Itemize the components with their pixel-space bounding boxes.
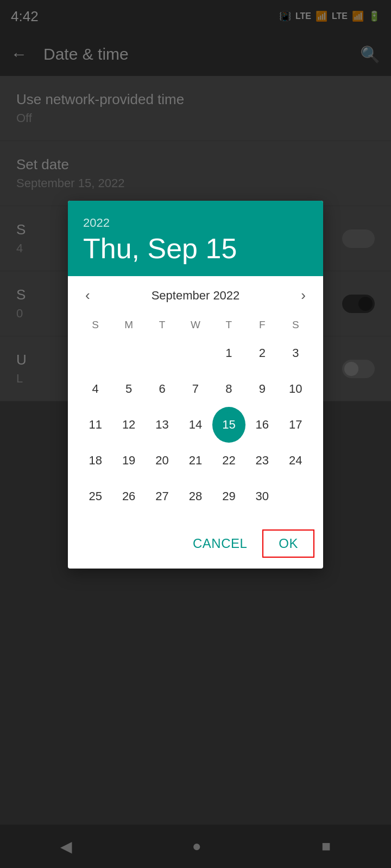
day-1[interactable]: 1 bbox=[212, 335, 245, 371]
ok-button[interactable]: OK bbox=[262, 529, 314, 558]
calendar-grid: S M T W T F S 12345678910111213141516171… bbox=[79, 315, 312, 514]
day-10[interactable]: 10 bbox=[279, 371, 312, 407]
day-21[interactable]: 21 bbox=[179, 443, 212, 478]
day-25[interactable]: 25 bbox=[79, 478, 112, 514]
calendar: ‹ September 2022 › S M T W T F S 1234567… bbox=[68, 276, 323, 523]
calendar-week-row: 123 bbox=[79, 335, 312, 371]
weekday-thu: T bbox=[212, 315, 245, 335]
weekday-mon: M bbox=[112, 315, 145, 335]
empty-day bbox=[179, 335, 212, 371]
day-13[interactable]: 13 bbox=[146, 407, 179, 443]
calendar-week-row: 18192021222324 bbox=[79, 443, 312, 478]
day-3[interactable]: 3 bbox=[279, 335, 312, 371]
day-15[interactable]: 15 bbox=[212, 407, 245, 443]
weekday-header-row: S M T W T F S bbox=[79, 315, 312, 335]
weekday-tue: T bbox=[146, 315, 179, 335]
weekday-sat: S bbox=[279, 315, 312, 335]
day-29[interactable]: 29 bbox=[212, 478, 245, 514]
day-5[interactable]: 5 bbox=[112, 371, 145, 407]
day-7[interactable]: 7 bbox=[179, 371, 212, 407]
weekday-fri: F bbox=[245, 315, 279, 335]
day-22[interactable]: 22 bbox=[212, 443, 245, 478]
day-9[interactable]: 9 bbox=[245, 371, 279, 407]
weekday-wed: W bbox=[179, 315, 212, 335]
day-17[interactable]: 17 bbox=[279, 407, 312, 443]
calendar-week-row: 45678910 bbox=[79, 371, 312, 407]
month-label: September 2022 bbox=[152, 289, 240, 303]
day-28[interactable]: 28 bbox=[179, 478, 212, 514]
calendar-nav: ‹ September 2022 › bbox=[79, 285, 312, 306]
date-picker-dialog: 2022 Thu, Sep 15 ‹ September 2022 › S M … bbox=[68, 201, 323, 569]
weekday-sun: S bbox=[79, 315, 112, 335]
day-2[interactable]: 2 bbox=[245, 335, 279, 371]
day-24[interactable]: 24 bbox=[279, 443, 312, 478]
dialog-year: 2022 bbox=[83, 216, 308, 230]
day-12[interactable]: 12 bbox=[112, 407, 145, 443]
calendar-week-row: 252627282930 bbox=[79, 478, 312, 514]
day-19[interactable]: 19 bbox=[112, 443, 145, 478]
day-23[interactable]: 23 bbox=[245, 443, 279, 478]
day-8[interactable]: 8 bbox=[212, 371, 245, 407]
day-14[interactable]: 14 bbox=[179, 407, 212, 443]
empty-day bbox=[279, 478, 312, 514]
day-16[interactable]: 16 bbox=[245, 407, 279, 443]
day-11[interactable]: 11 bbox=[79, 407, 112, 443]
day-18[interactable]: 18 bbox=[79, 443, 112, 478]
day-30[interactable]: 30 bbox=[245, 478, 279, 514]
empty-day bbox=[112, 335, 145, 371]
empty-day bbox=[79, 335, 112, 371]
prev-month-button[interactable]: ‹ bbox=[79, 285, 97, 306]
dialog-date-label: Thu, Sep 15 bbox=[83, 233, 308, 264]
next-month-button[interactable]: › bbox=[294, 285, 312, 306]
empty-day bbox=[146, 335, 179, 371]
calendar-week-row: 11121314151617 bbox=[79, 407, 312, 443]
day-26[interactable]: 26 bbox=[112, 478, 145, 514]
cancel-button[interactable]: CANCEL bbox=[182, 529, 258, 558]
day-20[interactable]: 20 bbox=[146, 443, 179, 478]
day-27[interactable]: 27 bbox=[146, 478, 179, 514]
day-6[interactable]: 6 bbox=[146, 371, 179, 407]
day-4[interactable]: 4 bbox=[79, 371, 112, 407]
dialog-buttons: CANCEL OK bbox=[68, 523, 323, 569]
dialog-header: 2022 Thu, Sep 15 bbox=[68, 201, 323, 276]
